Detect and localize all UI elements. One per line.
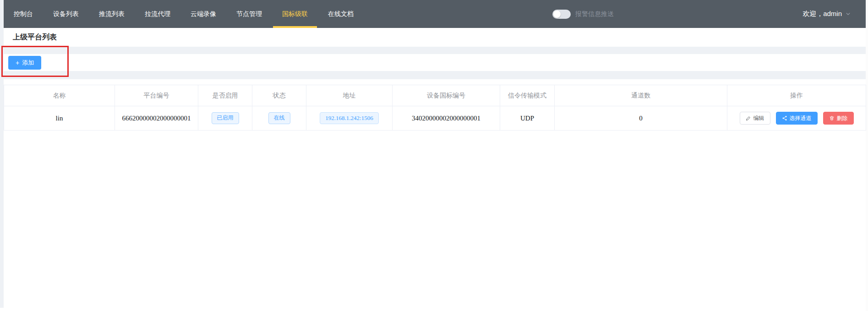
add-button-label: 添加 (22, 59, 34, 67)
row-actions: 编辑 选择通道 删除 (727, 112, 866, 125)
pen-icon (746, 115, 751, 121)
alarm-push-toggle[interactable] (552, 10, 571, 19)
col-header-device-gb-id: 设备国标编号 (393, 85, 500, 106)
cell-enabled: 已启用 (198, 106, 252, 131)
col-header-channel-count: 通道数 (555, 85, 727, 106)
status-tag: 在线 (268, 112, 290, 124)
chevron-down-icon (845, 11, 851, 17)
main-content: 控制台 设备列表 推流列表 拉流代理 云端录像 节点管理 国标级联 在线文档 报… (4, 0, 866, 308)
top-navbar: 控制台 设备列表 推流列表 拉流代理 云端录像 节点管理 国标级联 在线文档 报… (4, 0, 866, 28)
col-header-transport: 信令传输模式 (500, 85, 555, 106)
spacer (4, 47, 866, 54)
platform-table-card: 名称 平台编号 是否启用 状态 地址 设备国标编号 信令传输模式 通道数 操作 … (4, 79, 866, 308)
page-title: 上级平台列表 (13, 33, 57, 42)
nav-item-online-docs[interactable]: 在线文档 (319, 0, 363, 28)
alarm-push-label: 报警信息推送 (575, 10, 614, 18)
alarm-push-toggle-group: 报警信息推送 (552, 0, 614, 28)
col-header-operations: 操作 (727, 85, 866, 106)
user-menu[interactable]: 欢迎，admin (802, 0, 866, 28)
col-header-enabled: 是否启用 (198, 85, 252, 106)
toggle-knob (553, 11, 561, 18)
delete-button[interactable]: 删除 (823, 112, 854, 125)
edit-button[interactable]: 编辑 (740, 112, 770, 125)
toolbar: + 添加 (4, 54, 866, 71)
nav-item-node-manage[interactable]: 节点管理 (227, 0, 271, 28)
nav-item-push-list[interactable]: 推流列表 (90, 0, 134, 28)
cell-operations: 编辑 选择通道 删除 (727, 106, 866, 131)
col-header-platform-id: 平台编号 (115, 85, 198, 106)
address-tag: 192.168.1.242:1506 (320, 112, 378, 124)
nav-item-console[interactable]: 控制台 (5, 0, 42, 28)
col-header-address: 地址 (306, 85, 393, 106)
cell-address: 192.168.1.242:1506 (306, 106, 393, 131)
nav-item-gb-cascade[interactable]: 国标级联 (273, 0, 317, 28)
nav-item-cloud-record[interactable]: 云端录像 (181, 0, 225, 28)
select-channel-button-label: 选择通道 (790, 115, 812, 121)
delete-button-label: 删除 (837, 115, 848, 121)
enabled-tag: 已启用 (212, 112, 239, 124)
spacer (4, 71, 866, 79)
cell-name: lin (4, 106, 115, 131)
trash-icon (829, 115, 835, 121)
cell-device-gb-id: 34020000002000000001 (393, 106, 500, 131)
bottom-strip (0, 308, 866, 311)
table-header-row: 名称 平台编号 是否启用 状态 地址 设备国标编号 信令传输模式 通道数 操作 (4, 85, 866, 106)
welcome-text: 欢迎，admin (802, 10, 842, 18)
vertical-scrollbar[interactable] (866, 0, 868, 311)
plus-icon: + (16, 60, 19, 66)
cell-channel-count: 0 (555, 106, 727, 131)
table-row: lin 66620000002000000001 已启用 在线 192.168.… (4, 106, 866, 131)
platform-table: 名称 平台编号 是否启用 状态 地址 设备国标编号 信令传输模式 通道数 操作 … (4, 85, 866, 131)
nav-item-pull-proxy[interactable]: 拉流代理 (136, 0, 180, 28)
col-header-status: 状态 (252, 85, 306, 106)
cell-platform-id: 66620000002000000001 (115, 106, 198, 131)
title-bar: 上级平台列表 (4, 28, 866, 47)
add-button[interactable]: + 添加 (8, 56, 41, 70)
select-channel-button[interactable]: 选择通道 (776, 112, 818, 125)
nav-item-device-list[interactable]: 设备列表 (44, 0, 88, 28)
cell-status: 在线 (252, 106, 306, 131)
col-header-name: 名称 (4, 85, 115, 106)
cell-transport: UDP (500, 106, 555, 131)
share-icon (782, 115, 787, 121)
edit-button-label: 编辑 (753, 115, 764, 121)
